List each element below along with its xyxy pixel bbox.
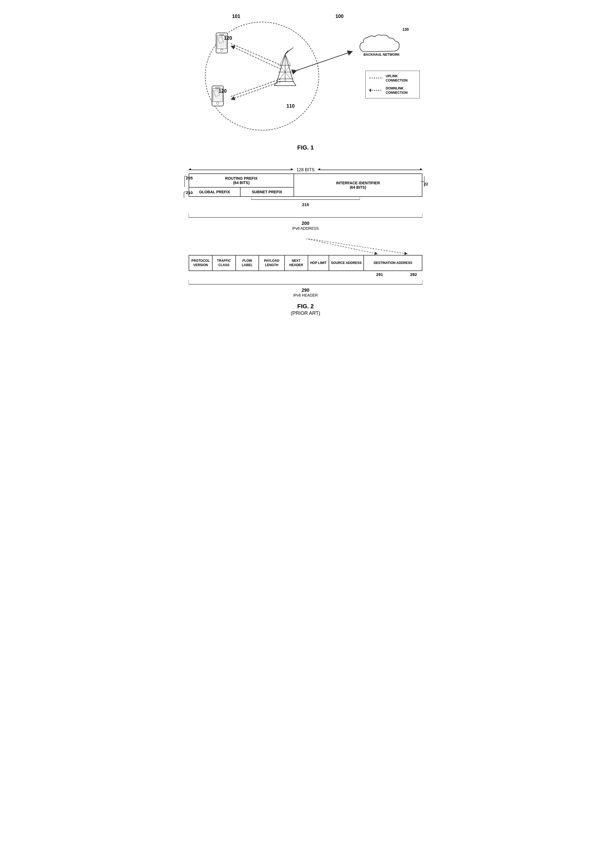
svg-line-7 bbox=[280, 65, 285, 72]
label-292: 292 bbox=[410, 272, 417, 277]
label-130: 130 bbox=[403, 27, 409, 31]
routing-prefix-cell: ROUTING PREFIX (64 BITS) bbox=[189, 174, 294, 187]
global-prefix-cell: GLOBAL PREFIX bbox=[189, 187, 240, 197]
header-ref-labels: 291 292 bbox=[189, 272, 422, 277]
header-cell-traffic-class: TRAFFIC CLASS bbox=[212, 255, 236, 271]
label-290-sub: IPv6 HEADER bbox=[293, 293, 318, 298]
svg-line-35 bbox=[308, 239, 406, 254]
subnet-prefix-cell: SUBNET PREFIX bbox=[240, 187, 294, 197]
ipv6-header-brace-section: 290 IPv6 HEADER bbox=[189, 279, 422, 298]
interface-id-cell: INTERFACE IDENTIFIER (64 BITS) bbox=[294, 174, 422, 197]
label-215: 215 bbox=[302, 202, 309, 207]
backhaul-network: BACKHAUL NETWORK 130 bbox=[357, 33, 406, 57]
fig1-caption: FIG. 1 bbox=[189, 144, 422, 151]
uplink-line-icon bbox=[369, 76, 383, 81]
ipv6-label-group: 200 IPv6 ADDRESS bbox=[292, 221, 319, 231]
legend-box: UPLINK CONNECTION DOWNLINK CONNECTION bbox=[365, 71, 420, 98]
bits-arrow-left bbox=[189, 170, 293, 170]
ipv6-header-label-group: 290 IPv6 HEADER bbox=[189, 288, 422, 298]
label-291: 291 bbox=[376, 272, 383, 277]
svg-line-9 bbox=[280, 72, 285, 79]
bits-label: 128 BITS bbox=[293, 167, 318, 172]
header-cell-destination-address: DESTINATION ADDRESS bbox=[364, 255, 422, 271]
brace-215 bbox=[251, 197, 360, 202]
label-120-bot: 120 bbox=[219, 88, 227, 94]
bits-arrow-right bbox=[318, 170, 422, 170]
label-215-section: 215 bbox=[189, 197, 422, 207]
header-cell-next-header: NEXT HEADER bbox=[285, 255, 308, 271]
tower-icon bbox=[273, 46, 297, 90]
bits-label-row: 128 BITS bbox=[189, 167, 422, 172]
downlink-label: DOWNLINK CONNECTION bbox=[386, 87, 416, 95]
legend-downlink: DOWNLINK CONNECTION bbox=[369, 87, 416, 95]
prior-art-label: (PRIOR ART) bbox=[189, 310, 422, 316]
ipv6-header-table-wrap: PROTOCOL VERSION TRAFFIC CLASS FLOW LABE… bbox=[189, 255, 422, 277]
addr-structure-table: ROUTING PREFIX (64 BITS) INTERFACE IDENT… bbox=[189, 174, 422, 197]
fig2-diagram: 128 BITS 205 210 220 ROUTING PREFIX bbox=[189, 167, 422, 316]
ipv6-header-brace-svg bbox=[189, 279, 422, 287]
label-200-sub: IPv6 ADDRESS bbox=[292, 226, 319, 231]
fig2-caption: FIG. 2 bbox=[189, 303, 422, 310]
fig1-diagram: 101 100 bbox=[189, 11, 422, 141]
dashed-lines-section bbox=[189, 239, 422, 255]
ipv6-brace-svg bbox=[189, 212, 422, 221]
address-structure: 205 210 220 ROUTING PREFIX (64 BITS) bbox=[189, 174, 422, 197]
label-100: 100 bbox=[335, 14, 344, 19]
header-cell-hop-limit: HOP LIMIT bbox=[308, 255, 329, 271]
svg-line-34 bbox=[306, 239, 376, 254]
downlink-line-icon bbox=[369, 88, 383, 93]
backhaul-label: BACKHAUL NETWORK bbox=[357, 53, 406, 57]
label-110: 110 bbox=[287, 103, 295, 109]
label-290: 290 bbox=[302, 288, 309, 293]
ipv6-address-section: 200 IPv6 ADDRESS bbox=[189, 212, 422, 231]
fig2-caption-section: FIG. 2 (PRIOR ART) bbox=[189, 303, 422, 316]
dashed-lines-svg bbox=[189, 239, 422, 255]
header-cell-payload-length: PAYLOAD LENGTH bbox=[259, 255, 284, 271]
legend-uplink: UPLINK CONNECTION bbox=[369, 74, 416, 83]
label-200: 200 bbox=[302, 221, 309, 226]
header-cell-source-address: SOURCE ADDRESS bbox=[329, 255, 364, 271]
svg-line-13 bbox=[293, 82, 296, 86]
label-120-top: 120 bbox=[224, 35, 232, 41]
ipv6-header-table: PROTOCOL VERSION TRAFFIC CLASS FLOW LABE… bbox=[189, 255, 422, 271]
label-101: 101 bbox=[232, 14, 240, 19]
header-cell-protocol-version: PROTOCOL VERSION bbox=[189, 255, 212, 271]
svg-line-8 bbox=[285, 65, 290, 72]
svg-line-10 bbox=[285, 72, 290, 79]
uplink-label: UPLINK CONNECTION bbox=[386, 74, 416, 83]
svg-line-12 bbox=[274, 82, 277, 86]
header-cell-flow-label: FLOW LABEL bbox=[236, 255, 259, 271]
